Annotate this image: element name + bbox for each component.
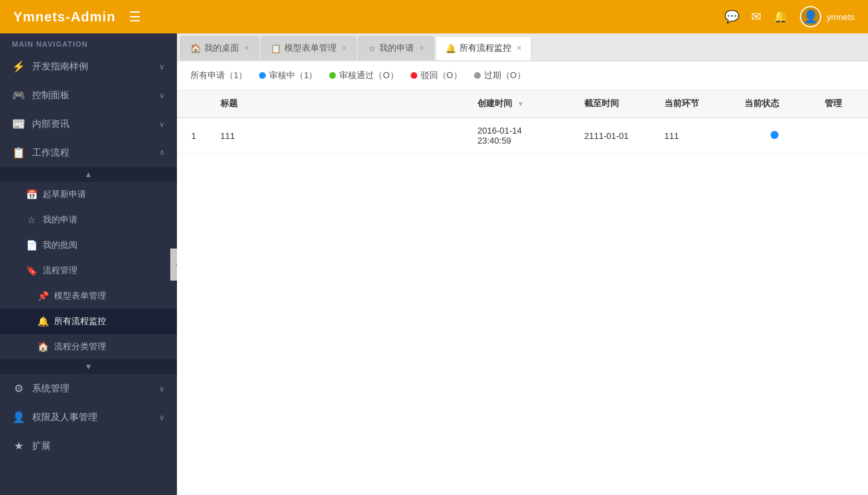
filter-rejected-label: 驳回（O） [421,69,462,81]
my-apply-label: 我的申请 [43,214,77,226]
col-header-deadline: 截至时间 [574,90,654,118]
perm-mgmt-icon: 👤 [12,411,25,424]
sidebar-scroll-down[interactable]: ▼ [0,359,177,374]
dashboard-label: 控制面板 [32,90,69,102]
filter-approved[interactable]: 审核通过（O） [329,69,398,81]
tab-all-monitor-label: 所有流程监控 [459,42,511,54]
col-header-manage: 管理 [815,90,868,118]
col-header-created[interactable]: 创建时间 ▼ [467,90,574,118]
filter-rejected[interactable]: 驳回（O） [411,69,462,81]
extra-icon: ★ [12,440,25,452]
all-monitor-label: 所有流程监控 [54,315,106,327]
draft-new-icon: 📅 [25,189,37,200]
tab-model-form-close[interactable]: × [342,44,347,52]
my-review-icon: 📄 [25,240,37,251]
app-logo: Ymnets-Admin [13,9,116,25]
sys-mgmt-label: 系统管理 [32,383,69,395]
table-row[interactable]: 11112016-01-14 23:40:592111-01-01111 [177,118,868,154]
header: Ymnets-Admin ☰ 💬 ✉ 🔔 👤 ymnets [0,0,868,33]
cell-status [734,118,815,154]
tab-all-monitor[interactable]: 🔔 所有流程监控 × [435,36,531,60]
cell-num: 1 [177,118,210,154]
internal-info-icon: 📰 [12,118,25,130]
tab-desktop[interactable]: 🏠 我的桌面 × [180,36,259,60]
tab-my-apply[interactable]: ☆ 我的申请 × [358,36,434,60]
sys-mgmt-icon: ⚙ [12,382,25,395]
hamburger-icon[interactable]: ☰ [129,9,141,25]
workflow-icon: 📋 [12,146,25,159]
sidebar-item-draft-new[interactable]: 📅 起草新申请 [0,182,177,207]
draft-new-label: 起草新申请 [43,188,86,200]
tab-my-apply-label: 我的申请 [379,42,414,54]
sidebar-item-extra[interactable]: ★ 扩展 [0,432,177,460]
sidebar-item-sys-mgmt[interactable]: ⚙ 系统管理 ∨ [0,374,177,403]
filter-all[interactable]: 所有申请（1） [190,69,247,81]
tab-desktop-label: 我的桌面 [204,42,239,54]
sidebar-scroll-up[interactable]: ▲ [0,167,177,182]
filter-reviewing-label: 审核中（1） [269,69,317,81]
all-monitor-icon: 🔔 [37,316,49,327]
tab-all-monitor-icon: 🔔 [445,43,456,53]
model-form-icon: 📌 [37,291,49,301]
tab-my-apply-icon: ☆ [368,43,376,53]
internal-info-chevron: ∨ [159,120,165,129]
filter-approved-label: 审核通过（O） [339,69,398,81]
col-header-status: 当前状态 [734,90,815,118]
filter-expired-label: 过期（O） [484,69,525,81]
bell-icon[interactable]: 🔔 [773,9,788,24]
cell-created: 2016-01-14 23:40:59 [467,118,574,154]
process-mgmt-icon: 🔖 [25,265,37,276]
sidebar-item-dashboard[interactable]: 🎮 控制面板 ∨ [0,81,177,110]
sys-mgmt-chevron: ∨ [159,384,165,393]
tab-all-monitor-close[interactable]: × [517,44,521,52]
sidebar-item-perm-mgmt[interactable]: 👤 权限及人事管理 ∨ [0,403,177,432]
sidebar-item-model-form[interactable]: 📌 模型表单管理 [0,283,177,309]
user-menu[interactable]: 👤 ymnets [800,6,855,27]
avatar: 👤 [800,6,821,27]
my-apply-icon: ☆ [25,214,37,225]
filter-expired[interactable]: 过期（O） [474,69,525,81]
dev-guide-label: 开发指南样例 [32,61,88,73]
sidebar-item-my-review[interactable]: 📄 我的批阅 [0,232,177,258]
tab-desktop-icon: 🏠 [190,43,201,53]
col-header-num [177,90,210,118]
tab-model-form[interactable]: 📋 模型表单管理 × [260,36,357,60]
content-area: 🏠 我的桌面 × 📋 模型表单管理 × ☆ 我的申请 × 🔔 所有流程监控 × [177,33,868,495]
reviewing-dot [259,72,266,79]
filter-reviewing[interactable]: 审核中（1） [259,69,317,81]
process-mgmt-label: 流程管理 [43,265,77,277]
filter-all-label: 所有申请（1） [190,69,247,81]
header-right: 💬 ✉ 🔔 👤 ymnets [724,6,855,27]
sidebar-item-internal-info[interactable]: 📰 内部资讯 ∨ [0,110,177,138]
sidebar-item-workflow[interactable]: 📋 工作流程 ∨ [0,138,177,167]
username: ymnets [827,12,855,22]
content-panel: 所有申请（1） 审核中（1） 审核通过（O） 驳回（O） 过期（O） [177,61,868,495]
sidebar-section-label: MAIN NAVIGATION [0,33,177,52]
dashboard-icon: 🎮 [12,89,25,102]
sidebar-item-all-monitor[interactable]: 🔔 所有流程监控 [0,309,177,334]
expired-dot [474,72,481,79]
data-table: 标题 创建时间 ▼ 截至时间 当前环节 当前状态 管理 11112016-01-… [177,90,868,154]
workflow-chevron: ∨ [159,148,165,158]
mail-icon[interactable]: ✉ [751,9,761,24]
rejected-dot [411,72,417,79]
approved-dot [329,72,336,79]
sidebar-item-process-class[interactable]: 🏠 流程分类管理 [0,334,177,359]
extra-label: 扩展 [32,440,51,452]
cell-node: 111 [654,118,734,154]
tab-my-apply-close[interactable]: × [419,44,424,52]
tab-desktop-close[interactable]: × [244,44,249,52]
created-sort-icon: ▼ [517,100,524,108]
internal-info-label: 内部资讯 [32,118,69,130]
sidebar-item-my-apply[interactable]: ☆ 我的申请 [0,207,177,232]
dev-guide-icon: ⚡ [12,60,25,73]
col-header-node: 当前环节 [654,90,734,118]
sidebar-collapse-toggle[interactable]: ◀ [170,249,177,281]
sidebar-item-process-mgmt[interactable]: 🔖 流程管理 [0,258,177,283]
filter-bar: 所有申请（1） 审核中（1） 审核通过（O） 驳回（O） 过期（O） [177,61,868,90]
tabs-bar: 🏠 我的桌面 × 📋 模型表单管理 × ☆ 我的申请 × 🔔 所有流程监控 × [177,33,868,61]
chat-icon[interactable]: 💬 [724,9,739,24]
dashboard-chevron: ∨ [159,91,165,100]
tab-model-form-label: 模型表单管理 [284,42,337,54]
sidebar-item-dev-guide[interactable]: ⚡ 开发指南样例 ∨ [0,52,177,81]
